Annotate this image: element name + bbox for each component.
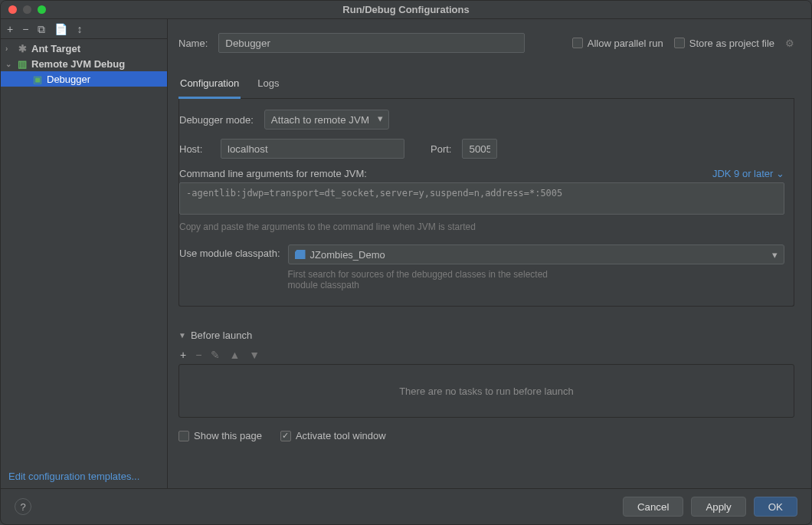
sidebar-toolbar: + − ⧉ 📄 ↕ xyxy=(1,19,167,39)
tab-logs[interactable]: Logs xyxy=(256,73,280,98)
cmd-args-label: Command line arguments for remote JVM: xyxy=(179,168,367,179)
add-task-icon[interactable]: + xyxy=(180,349,186,361)
checkbox-label: Activate tool window xyxy=(296,430,386,441)
tree-item-debugger[interactable]: Debugger xyxy=(1,71,167,87)
host-label: Host: xyxy=(179,143,210,155)
cancel-button[interactable]: Cancel xyxy=(623,497,684,517)
checkbox-label: Allow parallel run xyxy=(588,38,663,49)
gear-icon[interactable]: ⚙ xyxy=(785,38,794,49)
tree-item-remote-jvm[interactable]: ⌄ Remote JVM Debug xyxy=(1,56,167,71)
sidebar: + − ⧉ 📄 ↕ › Ant Target ⌄ Remote JVM Debu… xyxy=(1,19,168,488)
main-panel: Name: Allow parallel run Store as projec… xyxy=(168,19,811,488)
name-input[interactable] xyxy=(218,33,525,53)
dialog-footer: ? Cancel Apply OK xyxy=(1,488,811,524)
debugger-mode-label: Debugger mode: xyxy=(179,114,254,126)
tree-label: Remote JVM Debug xyxy=(31,58,125,70)
chevron-down-icon: ⌄ xyxy=(776,168,784,179)
help-button[interactable]: ? xyxy=(15,498,31,515)
jdk-version-link[interactable]: JDK 9 or later ⌄ xyxy=(712,168,784,179)
edit-task-icon: ✎ xyxy=(211,349,220,361)
checkbox-icon xyxy=(572,38,583,48)
name-label: Name: xyxy=(178,38,208,49)
chevron-right-icon: › xyxy=(5,44,13,53)
copy-config-icon[interactable]: ⧉ xyxy=(38,24,45,34)
sort-config-icon[interactable]: ↕ xyxy=(77,24,82,34)
activate-tool-checkbox[interactable]: Activate tool window xyxy=(280,430,386,441)
move-up-icon: ▲ xyxy=(229,349,240,361)
tree-label: Debugger xyxy=(47,74,90,85)
window-title: Run/Debug Configurations xyxy=(1,4,811,15)
host-input[interactable] xyxy=(221,139,404,159)
tab-configuration[interactable]: Configuration xyxy=(178,73,241,99)
edit-templates-link[interactable]: Edit configuration templates... xyxy=(8,471,139,482)
port-label: Port: xyxy=(431,143,451,155)
chevron-down-icon: ⌄ xyxy=(5,60,13,68)
module-icon xyxy=(295,250,306,259)
config-tree: › Ant Target ⌄ Remote JVM Debug Debugger xyxy=(1,39,167,464)
classpath-select[interactable]: JZombies_Demo ▾ xyxy=(288,244,784,264)
before-launch-list: There are no tasks to run before launch xyxy=(178,364,794,418)
cmd-args-textarea[interactable]: -agentlib:jdwp=transport=dt_socket,serve… xyxy=(179,182,784,215)
remove-task-icon: − xyxy=(195,349,201,361)
checkbox-icon xyxy=(178,431,189,441)
titlebar: Run/Debug Configurations xyxy=(1,1,811,19)
show-page-checkbox[interactable]: Show this page xyxy=(178,430,262,441)
ant-icon xyxy=(16,43,28,54)
classpath-value: JZombies_Demo xyxy=(310,249,385,261)
port-input[interactable] xyxy=(462,139,497,159)
triangle-down-icon: ▼ xyxy=(178,331,186,340)
plug-icon xyxy=(16,58,28,70)
debugger-mode-select[interactable]: Attach to remote JVM xyxy=(264,110,389,130)
apply-button[interactable]: Apply xyxy=(691,497,745,517)
store-project-checkbox[interactable]: Store as project file xyxy=(674,38,774,49)
checkbox-label: Show this page xyxy=(194,430,262,441)
chevron-down-icon: ▾ xyxy=(772,249,778,261)
checkbox-icon xyxy=(674,38,685,48)
tabs: Configuration Logs xyxy=(178,73,794,99)
checkbox-label: Store as project file xyxy=(689,38,774,49)
bug-icon xyxy=(31,74,44,85)
allow-parallel-checkbox[interactable]: Allow parallel run xyxy=(572,38,663,49)
checkbox-icon xyxy=(280,431,291,441)
classpath-hint: First search for sources of the debugged… xyxy=(288,269,548,290)
tree-item-ant-target[interactable]: › Ant Target xyxy=(1,41,167,56)
move-down-icon: ▼ xyxy=(249,349,260,361)
before-launch-section: ▼ Before launch + − ✎ ▲ ▼ There are no t… xyxy=(178,330,794,441)
empty-tasks-label: There are no tasks to run before launch xyxy=(399,386,574,397)
configuration-panel: Debugger mode: Attach to remote JVM Host… xyxy=(178,99,794,307)
add-config-icon[interactable]: + xyxy=(7,24,13,34)
remove-config-icon[interactable]: − xyxy=(22,24,28,34)
cmd-hint: Copy and paste the arguments to the comm… xyxy=(179,221,784,232)
before-launch-header[interactable]: ▼ Before launch xyxy=(178,330,794,341)
save-config-icon[interactable]: 📄 xyxy=(54,24,67,34)
ok-button[interactable]: OK xyxy=(754,497,797,517)
before-launch-label: Before launch xyxy=(191,330,252,341)
tree-label: Ant Target xyxy=(31,43,80,54)
classpath-label: Use module classpath: xyxy=(179,244,280,259)
